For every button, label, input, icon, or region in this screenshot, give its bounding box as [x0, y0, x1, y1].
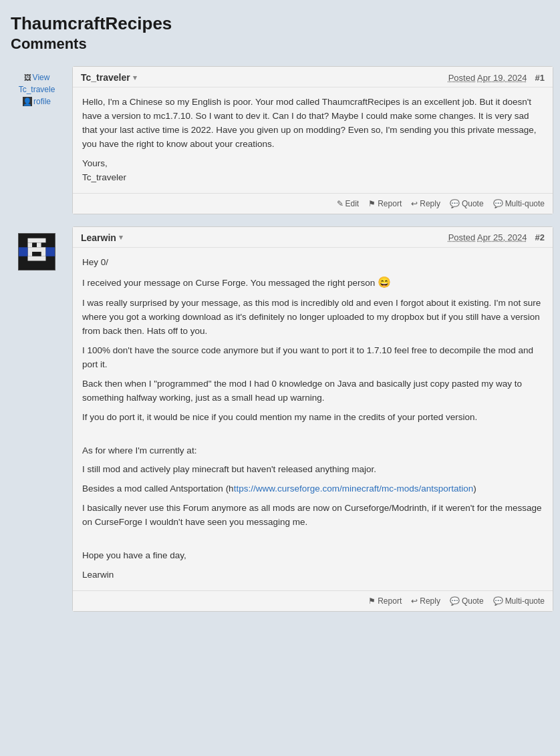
username-dropdown-icon[interactable]: ▾ [133, 73, 137, 82]
svg-rect-2 [28, 242, 33, 247]
report-icon: ⚑ [368, 199, 376, 208]
quote-icon-2: 💬 [450, 596, 460, 606]
post-1-body: Hello, I'm a Chinese so my English is po… [73, 87, 553, 193]
username-link[interactable]: Tc_travele [19, 85, 55, 94]
multiquote-icon: 💬 [493, 199, 503, 208]
quote-button-2[interactable]: 💬 Quote [450, 596, 484, 606]
antsportation-link[interactable]: ttps://www.curseforge.com/minecraft/mc-m… [234, 484, 474, 494]
edit-button[interactable]: ✎ Edit [337, 199, 360, 208]
emoji-grin: 😄 [378, 276, 391, 288]
svg-rect-8 [32, 252, 41, 256]
reply-button[interactable]: ↩ Reply [411, 199, 440, 208]
svg-rect-7 [28, 252, 33, 256]
post-2-username: Learwin ▾ [81, 232, 123, 243]
quote-button[interactable]: 💬 Quote [450, 199, 484, 208]
post-2-date: Posted Apr 25, 2024 [448, 232, 527, 242]
post-2-sidebar [7, 226, 67, 270]
multiquote-icon-2: 💬 [493, 596, 503, 606]
post-1-date: Posted Apr 19, 2024 [448, 73, 527, 83]
post-1: 🖼 View Tc_travele 👤 rofile Tc_traveler ▾… [0, 62, 560, 218]
svg-rect-10 [28, 256, 46, 260]
post-2-footer: ⚑ Report ↩ Reply 💬 Quote 💬 Multi-quote [73, 590, 553, 611]
svg-rect-9 [41, 252, 46, 256]
svg-rect-12 [46, 247, 55, 256]
reply-icon: ↩ [411, 199, 418, 208]
post-2-body: Hey 0/ I received your message on Curse … [73, 248, 553, 590]
post-1-header: Tc_traveler ▾ Posted Apr 19, 2024 #1 [73, 67, 553, 87]
image-icon: 🖼 [24, 73, 31, 81]
post-2-header: Learwin ▾ Posted Apr 25, 2024 #2 [73, 227, 553, 248]
multiquote-button-2[interactable]: 💬 Multi-quote [493, 596, 545, 606]
post-2-card: Learwin ▾ Posted Apr 25, 2024 #2 Hey 0/ … [72, 226, 553, 612]
post-1-footer: ✎ Edit ⚑ Report ↩ Reply 💬 Quote 💬 Multi-… [73, 193, 553, 214]
post-1-meta: Posted Apr 19, 2024 #1 [448, 73, 545, 83]
report-button-2[interactable]: ⚑ Report [368, 596, 402, 606]
avatar [18, 233, 55, 270]
edit-icon: ✎ [337, 199, 343, 208]
svg-rect-6 [28, 247, 46, 252]
svg-rect-5 [41, 242, 46, 247]
multiquote-button[interactable]: 💬 Multi-quote [493, 199, 545, 208]
profile-link[interactable]: rofile [33, 97, 51, 106]
post-1-number: #1 [535, 73, 545, 83]
post-2: Learwin ▾ Posted Apr 25, 2024 #2 Hey 0/ … [0, 222, 560, 616]
svg-rect-3 [32, 242, 37, 247]
profile-icon: 👤 [23, 97, 32, 106]
report-button[interactable]: ⚑ Report [368, 199, 402, 208]
username-dropdown-icon[interactable]: ▾ [119, 233, 123, 242]
quote-icon: 💬 [450, 199, 460, 208]
page-subtitle: Comments [0, 35, 560, 62]
reply-icon-2: ↩ [411, 596, 418, 606]
svg-rect-1 [28, 238, 46, 242]
post-2-number: #2 [535, 232, 545, 242]
page-title: ThaumcraftRecipes [0, 7, 560, 35]
reply-button-2[interactable]: ↩ Reply [411, 596, 440, 606]
svg-rect-4 [37, 242, 41, 247]
post-1-username: Tc_traveler ▾ [81, 72, 137, 83]
post-1-sidebar: 🖼 View Tc_travele 👤 rofile [7, 66, 67, 106]
report-icon-2: ⚑ [368, 596, 376, 606]
view-link[interactable]: View [33, 73, 50, 82]
svg-rect-11 [19, 247, 28, 256]
post-2-meta: Posted Apr 25, 2024 #2 [448, 232, 545, 242]
post-1-card: Tc_traveler ▾ Posted Apr 19, 2024 #1 Hel… [72, 66, 553, 214]
